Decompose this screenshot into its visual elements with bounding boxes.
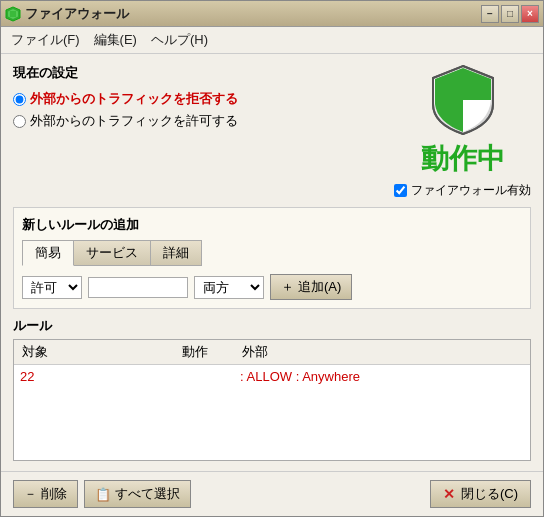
rules-body: 22 : ALLOW : Anywhere	[14, 365, 530, 388]
action-select[interactable]: 許可 拒否	[22, 276, 82, 299]
firewall-enabled-row: ファイアウォール有効	[394, 182, 531, 199]
delete-label: 削除	[41, 485, 67, 503]
delete-button[interactable]: － 削除	[13, 480, 78, 508]
firewall-enabled-checkbox[interactable]	[394, 184, 407, 197]
main-window: ファイアウォール − □ × ファイル(F) 編集(E) ヘルプ(H) 現在の設…	[0, 0, 544, 517]
minimize-button[interactable]: −	[481, 5, 499, 23]
rules-title: ルール	[13, 317, 531, 335]
rules-section: ルール 対象 動作 外部 22 : ALLOW : Anywhere	[13, 317, 531, 461]
radio-deny-input[interactable]	[13, 93, 26, 106]
bottom-left-buttons: － 削除 📋 すべて選択	[13, 480, 191, 508]
tab-content-simple: 許可 拒否 両方 入力 出力 ＋ 追加(A)	[22, 274, 522, 300]
add-button-label: 追加(A)	[298, 278, 341, 296]
close-label: 閉じる(C)	[461, 485, 518, 503]
rule-external: : ALLOW : Anywhere	[240, 369, 524, 384]
tab-service[interactable]: サービス	[73, 240, 151, 266]
window-title: ファイアウォール	[25, 5, 129, 23]
col-header-external: 外部	[240, 342, 524, 362]
rule-target: 22	[20, 369, 180, 384]
tab-detail[interactable]: 詳細	[150, 240, 202, 266]
settings-title: 現在の設定	[13, 64, 238, 82]
rules-header: 対象 動作 外部	[14, 340, 530, 365]
shield-area: 動作中 ファイアウォール有効	[394, 64, 531, 199]
content-area: 現在の設定 外部からのトラフィックを拒否する 外部からのトラフィックを許可する	[1, 54, 543, 471]
window-close-button[interactable]: ×	[521, 5, 539, 23]
title-bar-controls: − □ ×	[481, 5, 539, 23]
col-header-target: 対象	[20, 342, 180, 362]
window-icon	[5, 6, 21, 22]
new-rule-title: 新しいルールの追加	[22, 216, 522, 234]
select-all-icon: 📋	[95, 487, 111, 502]
maximize-button[interactable]: □	[501, 5, 519, 23]
status-text: 動作中	[421, 140, 505, 178]
tab-simple[interactable]: 簡易	[22, 240, 74, 266]
top-section: 現在の設定 外部からのトラフィックを拒否する 外部からのトラフィックを許可する	[13, 64, 531, 199]
close-button[interactable]: ✕ 閉じる(C)	[430, 480, 531, 508]
shield-icon	[431, 64, 495, 136]
rules-table: 対象 動作 外部 22 : ALLOW : Anywhere	[13, 339, 531, 461]
menu-bar: ファイル(F) 編集(E) ヘルプ(H)	[1, 27, 543, 54]
radio-deny-label: 外部からのトラフィックを拒否する	[30, 90, 238, 108]
tab-bar: 簡易 サービス 詳細	[22, 240, 522, 266]
bottom-bar: － 削除 📋 すべて選択 ✕ 閉じる(C)	[1, 471, 543, 516]
add-button[interactable]: ＋ 追加(A)	[270, 274, 352, 300]
minus-icon: －	[24, 485, 37, 503]
plus-icon: ＋	[281, 278, 294, 296]
menu-help[interactable]: ヘルプ(H)	[145, 29, 214, 51]
select-all-label: すべて選択	[115, 485, 180, 503]
new-rule-section: 新しいルールの追加 簡易 サービス 詳細 許可 拒否 両方 入力 出力 ＋	[13, 207, 531, 309]
col-header-action: 動作	[180, 342, 240, 362]
title-bar: ファイアウォール − □ ×	[1, 1, 543, 27]
radio-allow[interactable]: 外部からのトラフィックを許可する	[13, 112, 238, 130]
radio-deny[interactable]: 外部からのトラフィックを拒否する	[13, 90, 238, 108]
svg-rect-2	[10, 11, 16, 17]
direction-select[interactable]: 両方 入力 出力	[194, 276, 264, 299]
radio-allow-label: 外部からのトラフィックを許可する	[30, 112, 238, 130]
radio-allow-input[interactable]	[13, 115, 26, 128]
menu-edit[interactable]: 編集(E)	[88, 29, 143, 51]
close-x-icon: ✕	[443, 486, 455, 502]
table-row[interactable]: 22 : ALLOW : Anywhere	[20, 367, 524, 386]
menu-file[interactable]: ファイル(F)	[5, 29, 86, 51]
settings-group: 現在の設定 外部からのトラフィックを拒否する 外部からのトラフィックを許可する	[13, 64, 238, 130]
port-input[interactable]	[88, 277, 188, 298]
select-all-button[interactable]: 📋 すべて選択	[84, 480, 191, 508]
firewall-enabled-label: ファイアウォール有効	[411, 182, 531, 199]
